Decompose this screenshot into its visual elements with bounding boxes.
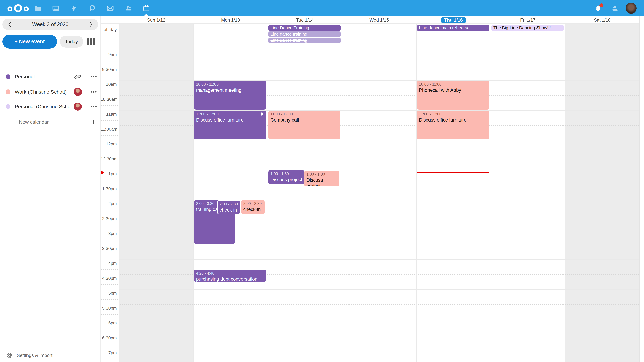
calendar-list-item[interactable]: Personal [0,70,100,83]
column-gridline [193,24,194,362]
calendar-name: Work (Christine Schott) [15,89,67,95]
time-gutter-dotted-line [100,344,119,345]
time-gutter-dotted-line [100,61,119,61]
week-switcher: Week 3 of 2020 [2,19,98,30]
calendar-actions-menu-icon[interactable] [89,73,98,81]
calendar-sidebar: Week 3 of 2020 + New event Today Persona… [0,16,100,362]
time-gutter-dotted-line [100,299,119,300]
today-button[interactable]: Today [60,35,83,48]
settings-import-button[interactable]: Settings & import [0,350,100,361]
allday-event[interactable]: Line Dance Training [268,25,340,31]
allday-event[interactable]: The Big Line Dancing Show!!! [492,25,564,31]
time-axis-label: 12:30pm [100,156,117,162]
calendar-color-dot [6,104,10,109]
time-axis-label: 5pm [100,291,117,296]
time-gutter-dotted-line [100,255,119,255]
event-block[interactable]: 2:00 - 2:30check-in [241,200,264,214]
event-block[interactable]: 11:00 - 12:00Discuss office furniture [417,111,489,139]
calendar-list-item[interactable]: Work (Christine Schott) [0,85,100,98]
today-header-pill: Thu 1/16 [440,17,466,24]
event-block[interactable]: 1:00 - 1:30Discuss project announcement [304,170,340,187]
activity-icon[interactable] [66,0,82,16]
calendar-list-item[interactable]: Personal (Christine Scho… [0,100,100,113]
time-axis-label: 7pm [100,350,117,356]
calendar-name: Personal (Christine Scho… [15,104,70,109]
weekend-shading [119,24,193,362]
contacts-menu-icon[interactable] [606,0,623,16]
time-gutter-dotted-line [100,105,119,106]
new-event-button[interactable]: + New event [2,34,57,49]
event-block[interactable]: 2:00 - 2:30check-in [217,200,241,214]
gear-icon [6,352,13,359]
week-view-toggle-icon[interactable] [88,38,95,45]
event-block[interactable]: 11:00 - 12:00Discuss office furniture [194,111,266,139]
time-axis-label: 9am [100,52,117,57]
event-title: check-in [243,207,262,212]
day-header[interactable]: Tue 1/14 [268,16,342,24]
event-block[interactable]: 4:20 - 4:40purchasing dept conversation [194,270,266,282]
shared-by-avatar [74,88,82,96]
day-header[interactable]: Mon 1/13 [193,16,268,24]
day-header[interactable]: Sat 1/18 [565,16,639,24]
reminder-bell-icon [260,112,264,117]
calendar-color-dot [6,89,10,94]
event-time: 1:00 - 1:30 [306,172,338,177]
allday-event[interactable]: Line dance training [268,31,340,37]
notification-badge [600,3,604,7]
day-header[interactable]: Sun 1/12 [119,16,193,24]
time-gutter-dotted-line [100,225,119,225]
event-block[interactable]: 10:00 - 11:00management meeting [194,81,266,110]
user-avatar[interactable] [626,3,636,14]
hour-gridline [119,170,639,170]
talk-icon[interactable] [84,0,100,16]
event-block[interactable]: 11:00 - 12:00Company call [268,111,340,139]
next-week-button[interactable] [83,19,98,30]
event-title: Company call [270,117,338,123]
event-time: 2:00 - 2:30 [243,201,262,206]
previous-week-button[interactable] [2,19,18,30]
allday-event[interactable]: Line dance training [268,37,340,43]
day-header[interactable]: Wed 1/15 [342,16,416,24]
time-gutter-dotted-line [100,240,119,240]
half-hour-gridline [119,155,639,155]
event-time: 11:00 - 12:00 [196,112,264,117]
allday-label: all-day [100,27,117,32]
time-axis-label: 4:30pm [100,276,117,281]
notifications-bell-icon[interactable] [590,0,606,16]
contacts-icon[interactable] [120,0,137,16]
hour-gridline [119,51,639,51]
share-link-icon[interactable] [74,73,82,81]
calendar-color-dot [6,74,10,79]
new-calendar-button[interactable]: + New calendar+ [0,116,100,128]
active-app-indicator [144,13,149,16]
mail-icon[interactable] [102,0,118,16]
files-icon[interactable] [29,0,46,16]
scrollbar-gutter[interactable] [639,16,644,362]
day-header[interactable]: Fri 1/17 [491,16,565,24]
week-grid: Sun 1/12Mon 1/13Tue 1/14Wed 1/15Thu 1/16… [100,16,644,362]
calendar-actions-menu-icon[interactable] [89,103,98,111]
column-gridline [342,24,342,362]
time-gutter-dotted-line [100,270,119,270]
nextcloud-logo-icon[interactable] [6,3,30,14]
event-block[interactable]: 1:00 - 1:30Discuss project ann [268,170,304,184]
column-gridline [119,24,120,362]
event-title: Discuss office furniture [419,117,487,123]
time-axis-label: 3:30pm [100,246,117,251]
day-header[interactable]: Thu 1/16 [416,16,491,24]
event-title: management meeting [196,87,264,93]
new-calendar-label: + New calendar [15,119,49,125]
event-title: check-in [220,207,238,213]
time-axis-label: 10am [100,82,117,87]
time-gutter-dotted-line [100,135,119,136]
week-title[interactable]: Week 3 of 2020 [18,19,83,30]
calendar-actions-menu-icon[interactable] [89,88,98,96]
time-gutter-dotted-line [100,284,119,285]
photos-icon[interactable] [48,0,64,16]
allday-event[interactable]: Line dance main rehearsal [417,25,489,31]
time-gutter-dotted-line [100,180,119,180]
time-axis-label: 2:30pm [100,216,117,221]
plus-icon: + [89,118,98,126]
event-block[interactable]: 10:00 - 11:00Phonecall with Abby [417,81,489,110]
half-hour-gridline [119,65,639,66]
